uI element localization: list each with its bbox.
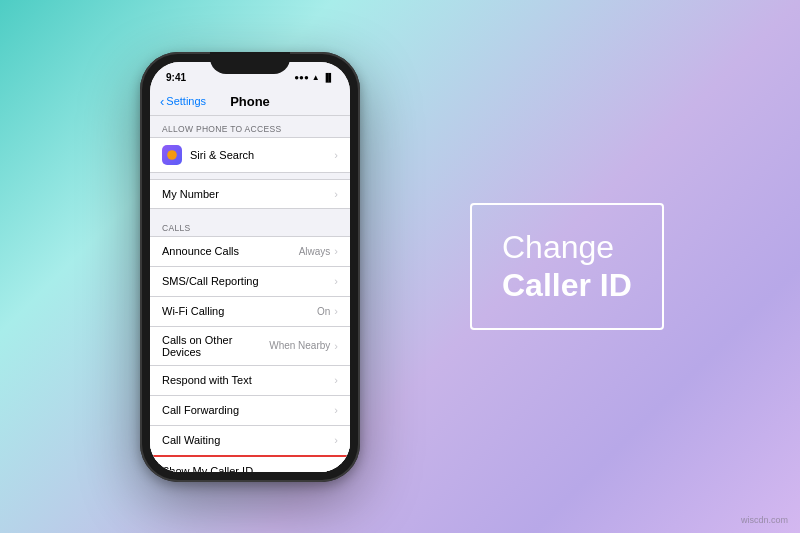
chevron-icon: › <box>334 188 338 200</box>
iphone-device: 9:41 ●●● ▲ ▐▌ ‹ Settings Phone ALLOW PHO… <box>140 52 360 482</box>
calls-other-devices-label: Calls on Other Devices <box>162 334 269 358</box>
chevron-icon: › <box>334 465 338 472</box>
wifi-calling-label: Wi-Fi Calling <box>162 305 317 317</box>
signal-icon: ●●● <box>294 73 309 82</box>
row-calls-other-devices[interactable]: Calls on Other Devices When Nearby › <box>150 327 350 366</box>
section-header-calls: CALLS <box>150 215 350 236</box>
row-announce-calls[interactable]: Announce Calls Always › <box>150 237 350 267</box>
text-panel: Change Caller ID <box>440 183 720 349</box>
chevron-icon: › <box>334 434 338 446</box>
call-waiting-label: Call Waiting <box>162 434 334 446</box>
row-sms-reporting[interactable]: SMS/Call Reporting › <box>150 267 350 297</box>
wifi-icon: ▲ <box>312 73 320 82</box>
my-number-label: My Number <box>162 188 334 200</box>
back-arrow-icon: ‹ <box>160 94 164 109</box>
row-siri-search[interactable]: Siri & Search › <box>150 138 350 172</box>
chevron-icon: › <box>334 374 338 386</box>
row-call-waiting[interactable]: Call Waiting › <box>150 426 350 456</box>
watermark: wiscdn.com <box>741 515 788 525</box>
chevron-icon: › <box>334 305 338 317</box>
chevron-icon: › <box>334 340 338 352</box>
chevron-icon: › <box>334 275 338 287</box>
panel-box: Change Caller ID <box>470 203 664 329</box>
status-icons: ●●● ▲ ▐▌ <box>294 73 334 82</box>
battery-icon: ▐▌ <box>323 73 334 82</box>
change-label: Change <box>502 230 632 265</box>
status-time: 9:41 <box>166 72 186 83</box>
back-button[interactable]: ‹ Settings <box>160 94 206 109</box>
svg-point-0 <box>167 150 177 160</box>
call-forwarding-label: Call Forwarding <box>162 404 334 416</box>
chevron-icon: › <box>334 245 338 257</box>
show-caller-id-label: Show My Caller ID <box>162 465 334 472</box>
scene: 9:41 ●●● ▲ ▐▌ ‹ Settings Phone ALLOW PHO… <box>0 0 800 533</box>
nav-bar: ‹ Settings Phone <box>150 90 350 116</box>
caller-id-label: Caller ID <box>502 268 632 303</box>
announce-calls-label: Announce Calls <box>162 245 299 257</box>
siri-icon <box>162 145 182 165</box>
sms-reporting-label: SMS/Call Reporting <box>162 275 334 287</box>
back-label: Settings <box>166 95 206 107</box>
iphone-screen: 9:41 ●●● ▲ ▐▌ ‹ Settings Phone ALLOW PHO… <box>150 62 350 472</box>
siri-search-label: Siri & Search <box>190 149 334 161</box>
settings-group-calls: Announce Calls Always › SMS/Call Reporti… <box>150 236 350 472</box>
announce-calls-value: Always <box>299 246 331 257</box>
calls-other-devices-value: When Nearby <box>269 340 330 351</box>
row-respond-text[interactable]: Respond with Text › <box>150 366 350 396</box>
nav-title: Phone <box>230 94 270 109</box>
settings-content: ALLOW PHONE TO ACCESS <box>150 116 350 472</box>
row-my-number[interactable]: My Number › <box>150 179 350 209</box>
settings-group-allow: Siri & Search › <box>150 137 350 173</box>
wifi-calling-value: On <box>317 306 330 317</box>
row-wifi-calling[interactable]: Wi-Fi Calling On › <box>150 297 350 327</box>
iphone-notch <box>210 52 290 74</box>
respond-text-label: Respond with Text <box>162 374 334 386</box>
section-header-allow: ALLOW PHONE TO ACCESS <box>150 116 350 137</box>
chevron-icon: › <box>334 404 338 416</box>
row-call-forwarding[interactable]: Call Forwarding › <box>150 396 350 426</box>
chevron-icon: › <box>334 149 338 161</box>
row-show-caller-id[interactable]: Show My Caller ID › <box>150 456 350 472</box>
